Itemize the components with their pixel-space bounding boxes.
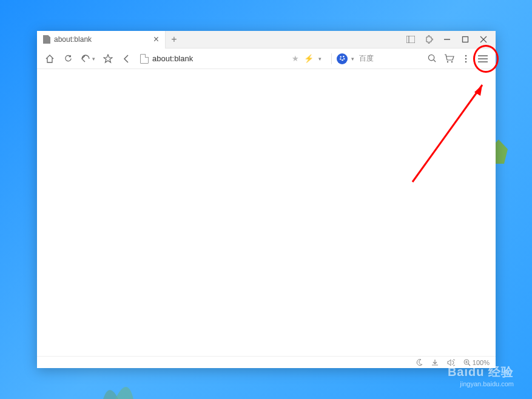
chevron-down-icon[interactable]: ▾ xyxy=(318,56,322,62)
minimize-button[interactable] xyxy=(439,32,456,47)
svg-point-15 xyxy=(465,58,467,59)
refresh-button[interactable] xyxy=(60,51,76,67)
svg-point-7 xyxy=(343,56,344,57)
svg-point-12 xyxy=(446,61,448,62)
page-content xyxy=(37,69,496,356)
baidu-logo-icon xyxy=(337,53,348,64)
svg-point-6 xyxy=(340,56,341,58)
watermark-brand: Baidu 经验 xyxy=(448,364,514,380)
svg-rect-0 xyxy=(406,36,415,43)
svg-point-16 xyxy=(465,61,467,62)
back-nav-button[interactable] xyxy=(118,51,134,67)
svg-point-14 xyxy=(465,55,467,56)
page-file-icon xyxy=(140,54,149,64)
tab-title: about:blank xyxy=(54,35,150,44)
search-engine-label: 百度 xyxy=(359,53,374,64)
chevron-down-icon: ▾ xyxy=(92,56,95,62)
svg-point-9 xyxy=(343,58,345,59)
new-tab-button[interactable]: + xyxy=(166,31,183,49)
window-controls xyxy=(402,32,496,47)
watermark: Baidu 经验 jingyan.baidu.com xyxy=(448,364,514,388)
more-button[interactable] xyxy=(458,51,474,67)
star-icon[interactable]: ★ xyxy=(292,54,299,63)
tab-active[interactable]: about:blank × xyxy=(37,31,166,49)
download-button[interactable] xyxy=(431,359,439,366)
right-toolbar xyxy=(424,51,491,67)
svg-point-13 xyxy=(451,61,452,62)
lightning-icon[interactable]: ⚡ xyxy=(304,54,314,63)
divider xyxy=(331,53,332,64)
favorite-button[interactable] xyxy=(100,51,116,67)
browser-window: about:blank × + xyxy=(37,31,496,368)
menu-button[interactable] xyxy=(475,51,491,67)
extensions-icon[interactable] xyxy=(420,32,437,47)
sidebar-toggle-icon[interactable] xyxy=(402,32,419,47)
chevron-down-icon: ▾ xyxy=(351,56,354,62)
back-button[interactable]: ▾ xyxy=(78,51,98,67)
cart-button[interactable] xyxy=(441,51,457,67)
desktop-plant-decor xyxy=(97,363,170,399)
tab-strip: about:blank × + xyxy=(37,31,496,49)
address-bar[interactable]: about:blank xyxy=(140,54,285,64)
toolbar: ▾ about:blank ★ ⚡ ▾ ▾ 百度 xyxy=(37,49,496,69)
page-icon xyxy=(43,35,50,44)
svg-point-10 xyxy=(428,55,434,60)
svg-rect-3 xyxy=(463,37,468,42)
search-button[interactable] xyxy=(424,51,440,67)
night-mode-button[interactable] xyxy=(416,359,423,366)
close-window-button[interactable] xyxy=(475,32,492,47)
address-text: about:blank xyxy=(152,54,193,63)
watermark-url: jingyan.baidu.com xyxy=(448,380,514,388)
home-button[interactable] xyxy=(42,51,58,67)
address-actions: ★ ⚡ ▾ xyxy=(287,54,326,63)
svg-line-11 xyxy=(433,60,435,62)
svg-point-8 xyxy=(340,58,341,59)
maximize-button[interactable] xyxy=(457,32,474,47)
search-engine-selector[interactable]: ▾ 百度 xyxy=(337,53,374,64)
close-tab-button[interactable]: × xyxy=(153,35,159,44)
